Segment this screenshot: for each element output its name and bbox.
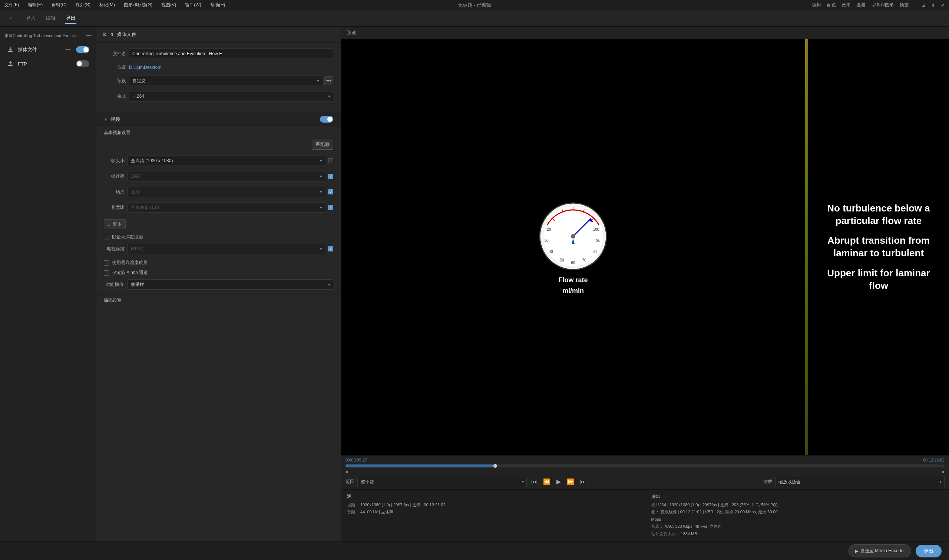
menu-item-graphics[interactable]: 图形和标题(G) bbox=[122, 1, 154, 9]
video-collapse-icon[interactable]: ▼ bbox=[104, 117, 108, 122]
output-info-title: 输出 bbox=[651, 493, 943, 500]
menu-item-file[interactable]: 文件(F) bbox=[3, 1, 20, 9]
range-select[interactable]: 整个源 bbox=[357, 477, 527, 487]
preset-more-btn[interactable]: ••• bbox=[324, 76, 333, 85]
media-more-btn[interactable]: ••• bbox=[64, 46, 72, 53]
menu-item-help[interactable]: 帮助(H) bbox=[209, 1, 227, 9]
frame-rate-checkbox[interactable] bbox=[328, 174, 333, 179]
output-filesize-row: 估计文件大小： 1884 MB bbox=[651, 531, 943, 537]
preset-select[interactable]: 自定义 bbox=[129, 75, 322, 86]
text-line-2: Abrupt transition from laminar to turbul… bbox=[817, 234, 940, 260]
sidebar-item-media[interactable]: 媒体文件 ••• bbox=[2, 43, 94, 56]
svg-point-20 bbox=[571, 234, 576, 238]
output-audio-label: 音频： bbox=[651, 524, 664, 529]
tab-export[interactable]: 导出 bbox=[65, 13, 76, 24]
menu-item-clip[interactable]: 剪辑(C) bbox=[50, 1, 68, 9]
app-title: 无标题 - 已编辑 bbox=[458, 2, 491, 9]
menu-right-edit[interactable]: 编辑 bbox=[811, 1, 822, 9]
home-button[interactable]: ⌂ bbox=[6, 13, 16, 24]
time-interp-select[interactable]: 帧采样 bbox=[128, 279, 333, 290]
menu-right-review[interactable]: 查看 bbox=[855, 1, 867, 9]
menu-item-marker[interactable]: 标记(M) bbox=[98, 1, 116, 9]
menu-item-edit[interactable]: 编辑(E) bbox=[26, 1, 44, 9]
video-section-toggle[interactable] bbox=[320, 116, 333, 123]
output-video-row2: 频： 仅限软件 | 00:12:21:02 | VBR | 2次, 目标 20.… bbox=[651, 509, 943, 515]
source-more-btn[interactable]: ••• bbox=[86, 32, 91, 38]
aspect-ratio-checkbox[interactable] bbox=[328, 205, 333, 210]
go-to-out-button[interactable]: ⏭ bbox=[579, 478, 588, 486]
time-interp-dropdown-wrapper: 帧采样 ▼ bbox=[128, 279, 333, 290]
source-audio-label: 音频： bbox=[347, 510, 359, 514]
go-to-in-button[interactable]: ⏮ bbox=[530, 478, 539, 486]
max-depth-checkbox[interactable] bbox=[104, 235, 109, 240]
gauge-svg: 20 30 40 50 60 70 80 90 100 bbox=[536, 199, 610, 273]
frame-size-checkbox[interactable] bbox=[328, 158, 333, 163]
format-row: 格式 H.264 ▼ bbox=[104, 91, 333, 102]
filename-row: 文件名 bbox=[104, 49, 333, 59]
tv-standard-checkbox[interactable] bbox=[328, 246, 333, 251]
menu-item-view[interactable]: 视图(V) bbox=[160, 1, 177, 9]
max-depth-label: 以最大深度渲染 bbox=[112, 234, 143, 240]
sidebar-item-ftp[interactable]: FTP bbox=[2, 57, 94, 70]
svg-text:50: 50 bbox=[560, 258, 564, 262]
menu-item-sequence[interactable]: 序列(S) bbox=[74, 1, 92, 9]
menu-right-effects[interactable]: 效果 bbox=[840, 1, 852, 9]
format-select[interactable]: H.264 bbox=[129, 91, 333, 102]
filename-input[interactable] bbox=[129, 49, 333, 59]
max-quality-checkbox[interactable] bbox=[104, 260, 109, 266]
export-button[interactable]: 导出 bbox=[916, 545, 941, 557]
menu-right-share[interactable]: ⬆ bbox=[930, 2, 937, 9]
menu-item-window[interactable]: 窗口(W) bbox=[184, 1, 202, 9]
tab-edit[interactable]: 编辑 bbox=[45, 13, 56, 24]
source-info-title: 源 bbox=[347, 493, 639, 500]
timeline-track[interactable] bbox=[346, 465, 944, 468]
frame-rate-dropdown-wrapper: 2997 ▼ bbox=[128, 171, 325, 182]
svg-text:100: 100 bbox=[593, 228, 599, 231]
media-toggle[interactable] bbox=[76, 46, 89, 53]
more-less-button[interactable]: ... 更少 bbox=[104, 219, 126, 229]
source-label: 来源Controlling Turbulence and Evoluti... bbox=[5, 33, 84, 38]
menu-right-captions[interactable]: 字幕和图形 bbox=[870, 1, 895, 9]
menu-right-maximize[interactable]: ⊡ bbox=[920, 2, 927, 9]
video-section-title: 视频 bbox=[111, 116, 120, 123]
frame-rate-select[interactable]: 2997 bbox=[128, 171, 325, 182]
match-source-row: 匹配源 bbox=[96, 138, 341, 151]
field-order-checkbox[interactable] bbox=[328, 189, 333, 194]
preset-dropdown-wrapper: 自定义 ▼ bbox=[129, 75, 322, 86]
field-order-label: 场序 bbox=[104, 189, 125, 195]
match-source-button[interactable]: 匹配源 bbox=[312, 140, 333, 150]
gauge-container: 20 30 40 50 60 70 80 90 100 bbox=[536, 199, 610, 295]
timeline-thumb[interactable] bbox=[494, 464, 497, 468]
aspect-ratio-select[interactable]: 方形像素 (1.0) bbox=[128, 202, 325, 212]
aspect-ratio-label: 长宽比 bbox=[104, 205, 125, 211]
frame-size-select[interactable]: 全高清 (1920 x 1080) bbox=[128, 155, 325, 166]
text-line-1: No turbulence below a particular flow ra… bbox=[817, 202, 940, 228]
zoom-select[interactable]: 缩放以适合 bbox=[775, 477, 944, 487]
tv-standard-select[interactable]: NTSC bbox=[128, 244, 325, 254]
send-to-encoder-button[interactable]: ▶ 发送至 Media Encoder bbox=[849, 545, 911, 557]
svg-rect-0 bbox=[8, 51, 12, 52]
ftp-toggle[interactable] bbox=[76, 60, 89, 67]
alpha-channel-checkbox[interactable] bbox=[104, 270, 109, 275]
zoom-label: 缩放 bbox=[763, 478, 772, 485]
tab-import[interactable]: 导入 bbox=[25, 13, 36, 24]
video-left: 20 30 40 50 60 70 80 90 100 bbox=[341, 39, 805, 455]
sidebar-item-ftp-label: FTP bbox=[18, 61, 72, 67]
svg-text:70: 70 bbox=[582, 258, 586, 262]
range-label: 范围 bbox=[346, 478, 354, 485]
menu-right-expand[interactable]: ⤢ bbox=[939, 2, 946, 9]
video-section-header: ▼ 视频 bbox=[96, 112, 341, 126]
timeline-in-marker: ◆ bbox=[346, 470, 349, 474]
step-forward-button[interactable]: ⏩ bbox=[565, 477, 576, 486]
play-button[interactable]: ▶ bbox=[555, 477, 562, 486]
time-interp-label: 时间插值: bbox=[104, 282, 125, 288]
field-order-select[interactable]: 逐行 bbox=[128, 187, 325, 197]
video-divider bbox=[805, 39, 808, 455]
menu-right-color[interactable]: 颜色 bbox=[826, 1, 838, 9]
location-link[interactable]: D:\lijun\Desktop\ bbox=[129, 65, 161, 70]
source-header: 来源Controlling Turbulence and Evoluti... … bbox=[0, 31, 96, 40]
menu-right-preview[interactable]: 预览 bbox=[898, 1, 910, 9]
timeline-out-marker: ◆ bbox=[941, 470, 944, 474]
step-back-button[interactable]: ⏪ bbox=[542, 477, 552, 486]
aspect-ratio-row: 长宽比 方形像素 (1.0) ▼ bbox=[96, 201, 341, 214]
